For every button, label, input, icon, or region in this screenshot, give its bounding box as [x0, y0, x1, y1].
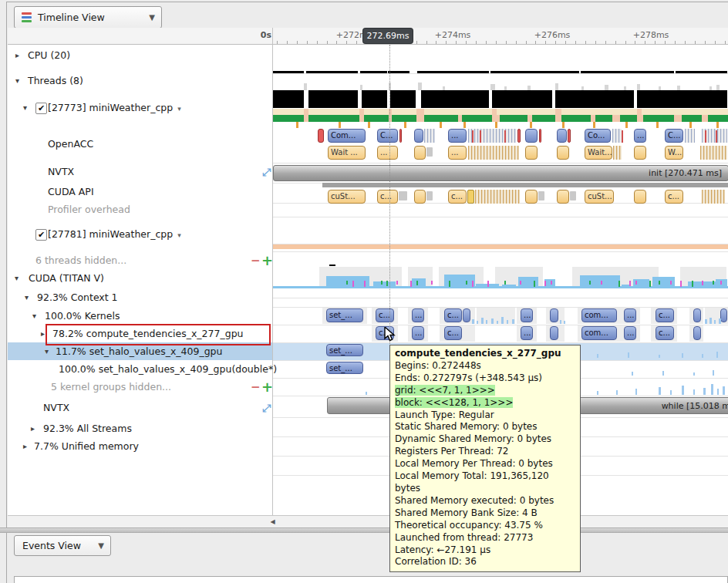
sidebar-item-threads-hidden[interactable]: 6 threads hidden...−+ [8, 254, 272, 268]
nvtx-range-bar[interactable]: init [270.471 ms] [273, 165, 728, 181]
remove-filter-icon[interactable]: − [251, 254, 261, 268]
dense-events-region[interactable] [700, 146, 727, 160]
dense-events-region[interactable] [468, 146, 519, 160]
add-filter-icon[interactable]: + [261, 252, 273, 268]
api-call-block[interactable]: c... [665, 190, 683, 204]
sidebar-item-kernel-groups-hidden[interactable]: 5 kernel groups hidden...−+ [8, 381, 272, 394]
sync-block[interactable] [467, 190, 474, 204]
scroll-left-button[interactable]: ◀ [267, 517, 278, 527]
add-filter-icon[interactable]: + [261, 379, 273, 395]
dense-events-region[interactable] [613, 146, 622, 160]
collapse-arrow-icon[interactable]: ▾ [15, 76, 19, 85]
kernel-block[interactable]: com... [581, 326, 617, 340]
api-call-block[interactable] [557, 190, 569, 204]
error-marker-block[interactable] [517, 129, 521, 143]
kernel-block[interactable] [525, 129, 538, 143]
kernel-block[interactable]: C... [377, 129, 398, 143]
sidebar-item-kernels[interactable]: ▾100.0% Kernels [8, 310, 272, 323]
api-call-block[interactable]: Wait... [585, 146, 612, 160]
dense-events-region[interactable] [685, 129, 695, 143]
kernel-block[interactable] [557, 129, 567, 143]
expand-arrow-icon[interactable]: ▸ [41, 329, 45, 338]
sidebar-item-context1[interactable]: ▾92.3% Context 1 [8, 292, 272, 305]
kernel-block[interactable]: c... [656, 326, 674, 340]
expand-arrow-icon[interactable]: ▸ [15, 51, 19, 59]
collapse-arrow-icon[interactable]: ▾ [15, 274, 19, 282]
api-call-block[interactable]: c... [377, 190, 398, 204]
api-call-block[interactable] [634, 146, 646, 160]
gpu-markers-mark [431, 281, 433, 285]
expand-arrow-icon[interactable]: ▸ [23, 442, 27, 450]
sidebar-item-cuda-gpu[interactable]: ▾CUDA (TITAN V) [8, 272, 272, 285]
kernel-block[interactable]: Co... [585, 129, 611, 143]
ruler-minor-tick [327, 41, 328, 44]
kernel-block[interactable] [550, 326, 558, 340]
api-call-block[interactable] [414, 146, 426, 160]
sidebar-item-nvtx-thread[interactable]: NVTX⤢ [8, 166, 272, 179]
api-call-block[interactable]: cuSt... [585, 190, 614, 204]
api-call-block[interactable] [634, 190, 646, 204]
dense-events-region[interactable] [475, 190, 520, 204]
kernel-block[interactable]: ... [448, 129, 467, 143]
kernel-block[interactable]: ... [412, 326, 424, 340]
sidebar-item-set-halo[interactable]: ▾11.7% set_halo_values_x_409_gpu [8, 345, 272, 359]
sidebar-item-proc-27781[interactable]: ✔[27781] miniWeather_cpp▾ [8, 228, 272, 241]
error-marker-block[interactable] [399, 129, 402, 143]
expand-arrow-icon[interactable]: ▸ [31, 424, 35, 433]
api-call-block[interactable]: ... [377, 146, 398, 160]
sidebar-item-threads[interactable]: ▾Threads (8) [8, 75, 272, 88]
dense-events-region[interactable] [424, 129, 435, 143]
api-call-block[interactable] [525, 146, 538, 160]
api-call-block[interactable]: c... [448, 190, 467, 204]
kernel-block[interactable]: C... [665, 129, 683, 143]
visibility-checkbox[interactable]: ✔ [35, 229, 47, 241]
panel-splitter[interactable] [0, 527, 728, 533]
row-options-caret-icon[interactable]: ▾ [177, 105, 181, 113]
kernel-block[interactable]: ... [521, 326, 533, 340]
dense-events-region[interactable] [612, 129, 622, 143]
collapse-arrow-icon[interactable]: ▾ [32, 312, 36, 320]
sidebar-item-unified-memory[interactable]: ▸7.7% Unified memory [8, 440, 272, 453]
collapse-arrow-icon[interactable]: ▾ [45, 347, 49, 356]
sidebar-item-nvtx-cuda[interactable]: NVTX⤢ [8, 402, 272, 415]
kernel-block[interactable]: Com... [328, 129, 366, 143]
expand-row-icon[interactable]: ⤢ [262, 402, 271, 415]
api-call-block[interactable]: cuSt... [328, 190, 366, 204]
api-call-block[interactable]: W... [665, 146, 683, 160]
error-marker-block[interactable] [318, 129, 324, 143]
api-call-block[interactable]: Wait ... [328, 146, 366, 160]
api-call-block[interactable]: ... [448, 146, 467, 160]
timeline-view-dropdown[interactable]: Timeline View ▼ [14, 6, 162, 29]
kernel-block[interactable] [414, 129, 423, 143]
kernel-block[interactable]: c... [444, 326, 462, 340]
sidebar-item-all-streams[interactable]: ▸92.3% All Streams [8, 423, 272, 436]
visibility-checkbox[interactable]: ✔ [35, 103, 47, 114]
timeline-hscrollbar[interactable]: ◀ [8, 515, 728, 527]
ruler-minor-tick [426, 41, 427, 44]
dense-events-region[interactable] [468, 129, 516, 143]
expand-row-icon[interactable]: ⤢ [262, 166, 271, 179]
error-marker-block[interactable] [568, 129, 571, 143]
kernel-block[interactable]: ... [634, 129, 646, 143]
kernel-block[interactable] [693, 326, 701, 340]
error-marker-block[interactable] [539, 129, 541, 143]
api-call-block[interactable] [414, 190, 426, 204]
sidebar-item-openacc[interactable]: OpenACC [8, 138, 272, 151]
tree-row-label: 6 threads hidden... [35, 254, 126, 266]
collapse-arrow-icon[interactable]: ▾ [25, 293, 29, 302]
events-view-dropdown[interactable]: Events View ▼ [14, 535, 111, 556]
kernel-block[interactable]: ... [624, 326, 636, 340]
remove-filter-icon[interactable]: − [251, 380, 261, 394]
dense-events-region[interactable] [702, 190, 725, 204]
collapse-arrow-icon[interactable]: ▾ [23, 103, 27, 112]
row-options-caret-icon[interactable]: ▾ [177, 231, 181, 239]
sidebar-item-profiler-overhead[interactable]: Profiler overhead [8, 204, 272, 217]
sidebar-item-set-halo-fn[interactable]: 100.0% set_halo_values_x_409_gpu(double*… [8, 363, 272, 376]
sidebar-item-cuda-api[interactable]: CUDA API [8, 186, 272, 199]
sidebar-item-cpu[interactable]: ▸CPU (20) [8, 49, 272, 62]
api-call-block[interactable] [557, 146, 569, 160]
api-call-block[interactable] [525, 190, 538, 204]
thread-gray-spikes-bar [716, 85, 720, 90]
sidebar-item-proc-27773[interactable]: ▾✔[27773] miniWeather_cpp▾ [8, 102, 272, 115]
kernels-hist-bar [560, 320, 561, 324]
